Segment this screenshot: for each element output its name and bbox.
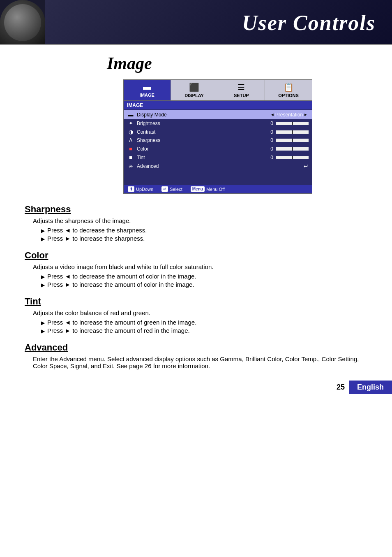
advanced-heading: Advanced: [25, 342, 367, 353]
brightness-slider: [276, 122, 309, 125]
header-title-area: User Controls: [45, 0, 392, 45]
menu-row-brightness[interactable]: ✦ Brightness 0: [124, 119, 312, 128]
section-title: Image: [107, 53, 376, 73]
tint-label: Tint: [137, 155, 265, 160]
color-bar: [276, 147, 309, 151]
page-content: Image ▬ IMAGE ⬛ DISPLAY ☰ SETUP 📋 OPTION…: [0, 45, 392, 394]
brightness-bar: [276, 122, 309, 125]
advanced-icon: ✳: [127, 163, 134, 169]
advanced-label: Advanced: [137, 163, 304, 169]
menu-row-sharpness[interactable]: A̲ Sharpness 0: [124, 136, 312, 144]
content-section-sharpness: SharpnessAdjusts the sharpness of the im…: [16, 204, 376, 242]
menu-tabs: ▬ IMAGE ⬛ DISPLAY ☰ SETUP 📋 OPTIONS: [124, 80, 312, 101]
menu-row-advanced[interactable]: ✳ Advanced ↵: [124, 162, 312, 171]
sections-container: SharpnessAdjusts the sharpness of the im…: [16, 204, 376, 369]
tab-setup[interactable]: ☰ SETUP: [218, 80, 265, 100]
menu-row-tint[interactable]: ■ Tint 0: [124, 153, 312, 162]
setup-tab-icon: ☰: [238, 82, 245, 92]
sharpness-slider: [276, 139, 309, 142]
tint-intro: Adjusts the color balance of red and gre…: [33, 309, 367, 316]
menu-spacer-1: [124, 171, 312, 177]
bullet-arrow: ▶: [41, 282, 45, 288]
contrast-icon: ◑: [127, 129, 134, 135]
sharpness-heading: Sharpness: [25, 204, 367, 215]
sharpness-bar: [276, 139, 309, 142]
page-number: 25: [332, 381, 349, 393]
tab-display[interactable]: ⬛ DISPLAY: [171, 80, 218, 100]
advanced-intro: Enter the Advanced menu. Select advanced…: [33, 355, 367, 369]
tint-slider: [276, 156, 309, 159]
color-label: Color: [137, 146, 265, 152]
menu-spacer-2: [124, 177, 312, 184]
page-footer: 25 English: [332, 381, 392, 394]
menu-section-header: IMAGE: [124, 101, 312, 109]
tab-options[interactable]: 📋 OPTIONS: [265, 80, 312, 100]
contrast-value: 0: [265, 129, 273, 135]
color-bullet-1: ▶Press ► to increase the amount of color…: [41, 281, 367, 288]
bottom-menuoff: Menu Menu Off: [191, 186, 225, 192]
bullet-text: Press ◄ to decrease the amount of color …: [47, 273, 367, 280]
content-section-advanced: AdvancedEnter the Advanced menu. Select …: [16, 342, 376, 369]
bullet-text: Press ◄ to decrease the sharpness.: [47, 227, 367, 234]
image-tab-label: IMAGE: [140, 93, 154, 97]
menuoff-label: Menu Off: [206, 187, 225, 192]
tint-bullet-0: ▶Press ◄ to increase the amount of green…: [41, 319, 367, 326]
header-logo: [0, 0, 45, 45]
menu-row-color[interactable]: ■ Color 0: [124, 144, 312, 153]
bullet-text: Press ► to increase the sharpness.: [47, 235, 367, 242]
color-value: 0: [265, 146, 273, 152]
contrast-slider: [276, 130, 309, 134]
footer-language: English: [349, 381, 392, 394]
options-tab-icon: 📋: [284, 82, 294, 92]
advanced-enter: ↵: [304, 163, 309, 169]
sharpness-icon: A̲: [127, 137, 134, 143]
bullet-text: Press ► to increase the amount of red in…: [47, 327, 367, 334]
bullet-arrow: ▶: [41, 320, 45, 326]
bullet-text: Press ► to increase the amount of color …: [47, 281, 367, 288]
tint-bullet-1: ▶Press ► to increase the amount of red i…: [41, 327, 367, 334]
menu-bottom-bar: ⬆ UpDown ↵ Select Menu Menu Off: [124, 185, 312, 193]
display-mode-icon: ▬: [127, 111, 134, 118]
contrast-label: Contrast: [137, 129, 265, 135]
bullet-arrow: ▶: [41, 274, 45, 280]
tint-icon: ■: [127, 154, 134, 160]
bullet-text: Press ◄ to increase the amount of green …: [47, 319, 367, 326]
menu-row-display-mode[interactable]: ▬ Display Mode ◄ Presentation ►: [124, 110, 312, 119]
sharpness-value: 0: [265, 137, 273, 143]
menu-panel: ▬ IMAGE ⬛ DISPLAY ☰ SETUP 📋 OPTIONS IMAG…: [123, 79, 312, 194]
bullet-arrow: ▶: [41, 328, 45, 334]
brightness-value: 0: [265, 121, 273, 126]
tint-heading: Tint: [25, 296, 367, 307]
header: User Controls: [0, 0, 392, 45]
updown-label: UpDown: [136, 187, 153, 192]
image-tab-icon: ▬: [143, 82, 151, 92]
display-tab-icon: ⬛: [189, 82, 199, 92]
bottom-updown: ⬆ UpDown: [128, 186, 153, 192]
sharpness-bullet-0: ▶Press ◄ to decrease the sharpness.: [41, 227, 367, 234]
color-icon: ■: [127, 146, 134, 152]
bullet-arrow: ▶: [41, 228, 45, 234]
tab-image[interactable]: ▬ IMAGE: [124, 80, 171, 100]
sharpness-label: Sharpness: [137, 137, 265, 143]
color-intro: Adjusts a video image from black and whi…: [33, 263, 367, 270]
sharpness-intro: Adjusts the sharpness of the image.: [33, 217, 367, 224]
color-bullet-0: ▶Press ◄ to decrease the amount of color…: [41, 273, 367, 280]
display-mode-value: Presentation: [275, 112, 303, 118]
display-mode-label: Display Mode: [137, 112, 270, 118]
setup-tab-label: SETUP: [234, 93, 249, 98]
select-label: Select: [170, 187, 182, 192]
select-icon: ↵: [161, 186, 168, 192]
menu-row-contrast[interactable]: ◑ Contrast 0: [124, 128, 312, 136]
brightness-label: Brightness: [137, 121, 265, 126]
bullet-arrow: ▶: [41, 236, 45, 242]
options-tab-label: OPTIONS: [278, 93, 299, 98]
display-tab-label: DISPLAY: [184, 93, 204, 98]
color-heading: Color: [25, 250, 367, 261]
tint-value: 0: [265, 155, 273, 160]
tint-bar: [276, 156, 309, 159]
content-section-color: ColorAdjusts a video image from black an…: [16, 250, 376, 288]
updown-icon: ⬆: [128, 186, 134, 192]
display-mode-right-arrow: ►: [304, 112, 308, 117]
menuoff-icon: Menu: [191, 186, 205, 192]
color-slider: [276, 147, 309, 151]
